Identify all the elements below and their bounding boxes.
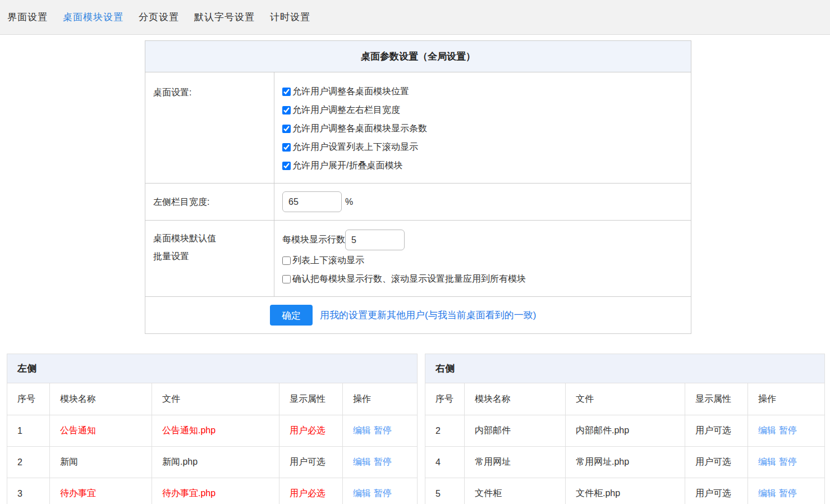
cell-file: 公告通知.php [152,415,279,447]
edit-link[interactable]: 编辑 [353,425,371,435]
module-defaults-row: 桌面模块默认值 批量设置 每模块显示行数 列表上下滚动显示确认把每模块显示行数、… [145,221,691,297]
module-defaults-options: 列表上下滚动显示确认把每模块显示行数、滚动显示设置批量应用到所有模块 [282,251,691,288]
cell-name: 新闻 [50,447,152,478]
row-actions: 编辑暂停 [343,478,418,504]
module-default-checkbox[interactable] [282,275,291,283]
right-table-column-header: 序号模块名称文件显示属性操作 [425,383,825,415]
desktop-setting-checkbox[interactable] [282,106,291,114]
cell-no: 5 [425,478,465,504]
cell-attr: 用户必选 [279,478,343,504]
left-column-width-row: 左侧栏目宽度: % [145,184,691,221]
top-nav: 界面设置桌面模块设置分页设置默认字号设置计时设置 [0,0,830,35]
pause-link[interactable]: 暂停 [374,425,392,435]
table-row: 3待办事宜待办事宜.php用户必选编辑暂停 [7,478,418,504]
desktop-settings-label: 桌面设置: [145,72,274,183]
cell-attr: 用户必选 [279,415,343,447]
pause-link[interactable]: 暂停 [779,425,797,435]
column-header-序号: 序号 [425,383,465,415]
desktop-setting-option[interactable]: 允许用户展开/折叠桌面模块 [282,157,691,175]
desktop-settings-options: 允许用户调整各桌面模块位置允许用户调整左右栏目宽度允许用户调整各桌面模块显示条数… [274,72,691,183]
right-modules-table: 右侧 序号模块名称文件显示属性操作 2内部邮件内部邮件.php用户可选编辑暂停4… [425,354,825,504]
edit-link[interactable]: 编辑 [758,488,776,498]
cell-no: 4 [425,447,465,478]
pause-link[interactable]: 暂停 [374,457,392,466]
desktop-setting-option-label: 允许用户调整左右栏目宽度 [292,104,400,116]
module-default-option-label: 确认把每模块显示行数、滚动显示设置批量应用到所有模块 [292,273,526,285]
cell-attr: 用户可选 [279,447,343,478]
edit-link[interactable]: 编辑 [353,488,371,498]
cell-attr: 用户可选 [685,478,748,504]
desktop-setting-checkbox[interactable] [282,143,291,152]
cell-no: 1 [7,415,50,447]
panel-actions-row: 确定 用我的设置更新其他用户(与我当前桌面看到的一致) [145,297,691,333]
cell-attr: 用户可选 [685,415,748,447]
nav-tab-界面设置[interactable]: 界面设置 [7,11,48,24]
column-header-显示属性: 显示属性 [279,383,343,415]
cell-file: 待办事宜.php [152,478,279,504]
left-modules-table: 左侧 序号模块名称文件显示属性操作 1公告通知公告通知.php用户必选编辑暂停2… [7,354,418,504]
pause-link[interactable]: 暂停 [779,488,797,498]
desktop-setting-option-label: 允许用户展开/折叠桌面模块 [292,160,402,172]
cell-name: 内部邮件 [465,415,566,447]
nav-tab-默认字号设置[interactable]: 默认字号设置 [194,11,255,24]
cell-name: 文件柜 [465,478,566,504]
cell-file: 新闻.php [152,447,279,478]
row-actions: 编辑暂停 [343,415,418,447]
nav-tab-分页设置[interactable]: 分页设置 [139,11,179,24]
table-row: 2内部邮件内部邮件.php用户可选编辑暂停 [425,415,825,447]
desktop-setting-option-label: 允许用户调整各桌面模块位置 [292,86,409,98]
nav-tab-计时设置[interactable]: 计时设置 [270,11,310,24]
desktop-setting-option[interactable]: 允许用户调整各桌面模块显示条数 [282,120,691,138]
cell-attr: 用户可选 [685,447,748,478]
cell-file: 常用网址.php [566,447,685,478]
pause-link[interactable]: 暂停 [374,488,392,498]
left-column-width-label: 左侧栏目宽度: [145,184,274,220]
right-table-title: 右侧 [425,354,825,383]
cell-name: 待办事宜 [50,478,152,504]
cell-no: 3 [7,478,50,504]
column-header-模块名称: 模块名称 [465,383,566,415]
left-table-body: 1公告通知公告通知.php用户必选编辑暂停2新闻新闻.php用户可选编辑暂停3待… [7,415,418,504]
edit-link[interactable]: 编辑 [353,457,371,466]
panel-title: 桌面参数设置（全局设置） [145,41,691,72]
desktop-setting-checkbox[interactable] [282,125,291,133]
pause-link[interactable]: 暂停 [779,457,797,466]
table-row: 5文件柜文件柜.php用户可选编辑暂停 [425,478,825,504]
module-default-option[interactable]: 确认把每模块显示行数、滚动显示设置批量应用到所有模块 [282,270,691,288]
module-defaults-label: 桌面模块默认值 批量设置 [145,221,274,296]
column-header-序号: 序号 [7,383,50,415]
row-actions: 编辑暂停 [748,478,825,504]
module-tables: 左侧 序号模块名称文件显示属性操作 1公告通知公告通知.php用户必选编辑暂停2… [7,354,830,504]
table-row: 2新闻新闻.php用户可选编辑暂停 [7,447,418,478]
confirm-button[interactable]: 确定 [270,305,313,326]
cell-no: 2 [425,415,465,447]
nav-tab-桌面模块设置[interactable]: 桌面模块设置 [63,11,123,24]
row-actions: 编辑暂停 [748,447,825,478]
edit-link[interactable]: 编辑 [758,457,776,466]
desktop-setting-checkbox[interactable] [282,162,291,170]
desktop-settings-panel: 桌面参数设置（全局设置） 桌面设置: 允许用户调整各桌面模块位置允许用户调整左右… [145,40,691,334]
desktop-setting-option[interactable]: 允许用户调整各桌面模块位置 [282,83,691,101]
module-default-option[interactable]: 列表上下滚动显示 [282,251,691,270]
module-default-checkbox[interactable] [282,256,291,265]
right-table-body: 2内部邮件内部邮件.php用户可选编辑暂停4常用网址常用网址.php用户可选编辑… [425,415,825,504]
cell-name: 公告通知 [50,415,152,447]
desktop-setting-option-label: 允许用户调整各桌面模块显示条数 [292,123,427,135]
cell-name: 常用网址 [465,447,566,478]
apply-to-all-users-link[interactable]: 用我的设置更新其他用户(与我当前桌面看到的一致) [320,309,536,322]
left-table-column-header: 序号模块名称文件显示属性操作 [7,383,418,415]
rows-per-module-input[interactable] [345,230,405,250]
module-default-option-label: 列表上下滚动显示 [292,255,364,267]
column-header-文件: 文件 [152,383,279,415]
left-column-width-input[interactable] [282,191,342,212]
cell-file: 文件柜.php [566,478,685,504]
desktop-setting-option[interactable]: 允许用户调整左右栏目宽度 [282,101,691,120]
table-row: 4常用网址常用网址.php用户可选编辑暂停 [425,447,825,478]
cell-file: 内部邮件.php [566,415,685,447]
percent-unit-label: % [345,197,353,207]
edit-link[interactable]: 编辑 [758,425,776,435]
desktop-setting-option[interactable]: 允许用户设置列表上下滚动显示 [282,138,691,157]
column-header-操作: 操作 [748,383,825,415]
column-header-文件: 文件 [566,383,685,415]
desktop-setting-checkbox[interactable] [282,88,291,96]
